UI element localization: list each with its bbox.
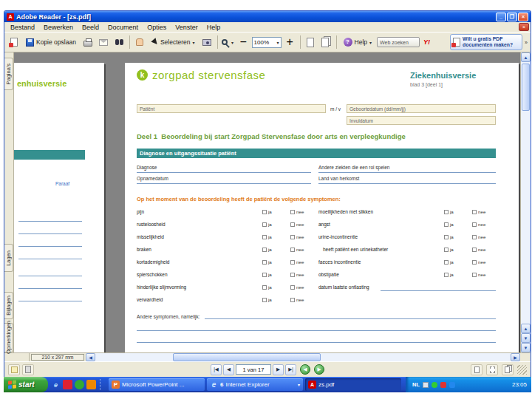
yahoo-logo[interactable]: Y! — [421, 38, 432, 46]
language-indicator[interactable]: NL — [412, 381, 420, 388]
email-button[interactable] — [97, 35, 111, 50]
attachments-shortcut-button[interactable] — [22, 364, 34, 375]
menu-beeld[interactable]: Beeld — [78, 23, 103, 32]
menu-bestand[interactable]: Bestand — [6, 23, 39, 32]
patient-field[interactable]: Patiënt — [137, 104, 326, 113]
scroll-up-icon[interactable]: ▲ — [521, 52, 531, 62]
checkbox-ja[interactable] — [262, 285, 267, 290]
checkbox-nee[interactable] — [472, 235, 477, 239]
previous-view-button[interactable]: ◀ — [300, 364, 310, 375]
next-view-button[interactable]: ▶ — [314, 364, 324, 375]
last-page-button[interactable]: ▶| — [285, 364, 296, 375]
vertical-scrollbar[interactable]: ▲ ▲ ▼ ▼ — [520, 52, 531, 352]
quick-launch-divider[interactable] — [100, 379, 103, 390]
checkbox-ja[interactable] — [262, 273, 267, 277]
page-number-indicator[interactable]: 1 van 17 — [236, 364, 271, 375]
resize-grip[interactable] — [517, 365, 527, 375]
vertical-scroll-track[interactable] — [521, 62, 531, 324]
checkbox-nee[interactable] — [472, 248, 477, 252]
zoom-level-select[interactable]: 100% ▾ — [252, 37, 282, 48]
checkbox-ja[interactable] — [444, 248, 449, 252]
single-page-view-button[interactable] — [471, 364, 482, 375]
keyboard-tray-icon[interactable] — [423, 382, 429, 388]
checkbox-ja[interactable] — [444, 235, 449, 239]
quicklaunch-messenger-icon[interactable] — [75, 380, 84, 389]
checkbox-nee[interactable] — [290, 298, 295, 302]
checkbox-nee[interactable] — [290, 260, 295, 265]
hand-tool-button[interactable] — [133, 35, 147, 50]
help-button[interactable]: ? Help ▾ — [340, 35, 376, 50]
checkbox-ja[interactable] — [444, 260, 449, 265]
antivirus-tray-icon[interactable] — [432, 382, 437, 388]
tab-pages[interactable]: Pagina's — [4, 58, 13, 90]
network-tray-icon[interactable] — [449, 382, 455, 388]
print-button[interactable] — [81, 35, 95, 50]
quicklaunch-internet-explorer-icon[interactable]: e — [51, 380, 61, 389]
tab-comments[interactable]: Opmerkingen — [4, 323, 13, 352]
page-down-icon[interactable]: ▼ — [521, 333, 531, 343]
toolbar-overflow-button[interactable]: » — [524, 40, 528, 45]
close-button[interactable]: × — [518, 13, 528, 21]
clock[interactable]: 23:05 — [512, 381, 527, 388]
page-up-icon[interactable]: ▲ — [521, 324, 531, 333]
checkbox-ja[interactable] — [262, 248, 267, 252]
checkbox-ja[interactable] — [444, 222, 449, 227]
previous-page-button[interactable]: ◀ — [223, 364, 234, 375]
checkbox-ja[interactable] — [262, 222, 267, 227]
fit-page-button[interactable] — [319, 35, 333, 50]
zoom-out-button[interactable]: − — [236, 35, 250, 50]
facing-view-button[interactable] — [502, 364, 514, 375]
scroll-left-icon[interactable]: ◀ — [86, 353, 95, 361]
close-document-button[interactable]: × — [519, 23, 529, 31]
checkbox-nee[interactable] — [290, 285, 295, 290]
quicklaunch-app-icon[interactable] — [63, 380, 72, 389]
zoom-in-button[interactable]: + — [283, 35, 297, 50]
select-tool-button[interactable]: Selecteren ▾ — [149, 35, 199, 50]
quicklaunch-media-icon[interactable] — [86, 380, 96, 389]
checkbox-ja[interactable] — [262, 260, 267, 265]
checkbox-nee[interactable] — [290, 248, 295, 252]
continuous-view-button[interactable] — [486, 364, 498, 375]
menu-document[interactable]: Document — [103, 23, 143, 32]
checkbox-ja[interactable] — [262, 235, 267, 239]
checkbox-nee[interactable] — [472, 260, 477, 265]
checkbox-ja[interactable] — [444, 273, 449, 277]
actual-size-button[interactable] — [304, 35, 318, 50]
scroll-down-icon[interactable]: ▼ — [521, 343, 531, 352]
menu-bewerken[interactable]: Bewerken — [39, 23, 78, 32]
task-microsoft-powerpoint[interactable]: P Microsoft PowerPoint ... — [109, 378, 205, 391]
task-zs-pdf[interactable]: A zs.pdf — [305, 378, 401, 391]
checkbox-nee[interactable] — [472, 210, 477, 214]
checkbox-nee[interactable] — [290, 210, 295, 214]
page-canvas[interactable]: enhuisversie Paraaf k zorgpad stervensfa… — [14, 52, 520, 352]
menu-help[interactable]: Help — [202, 23, 225, 32]
make-free-pdf-button[interactable]: Wilt u gratis PDF documenten maken? — [450, 34, 522, 50]
checkbox-ja[interactable] — [444, 210, 449, 214]
task-internet-explorer-group[interactable]: e 6 Internet Explorer ▾ — [207, 378, 303, 391]
save-copy-button[interactable]: Kopie opslaan — [22, 35, 80, 50]
restore-button[interactable]: ❒ — [507, 13, 517, 21]
messenger-tray-icon[interactable] — [440, 382, 446, 388]
checkbox-nee[interactable] — [290, 273, 295, 277]
pane-grabber[interactable] — [4, 353, 30, 361]
horizontal-scroll-track[interactable] — [95, 353, 511, 361]
birthdate-field[interactable]: Geboortedatum (dd/mm/jj) — [347, 104, 496, 113]
checkbox-nee[interactable] — [290, 235, 295, 239]
zoom-tool-button[interactable]: ▾ — [221, 35, 235, 50]
create-pdf-icon-button[interactable] — [7, 35, 21, 50]
start-button[interactable]: start — [4, 377, 48, 392]
first-page-button[interactable]: |◀ — [211, 364, 222, 375]
menu-opties[interactable]: Opties — [143, 23, 171, 32]
snapshot-button[interactable] — [200, 35, 214, 50]
menu-venster[interactable]: Venster — [171, 23, 202, 32]
scroll-right-icon[interactable]: ▶ — [511, 353, 520, 361]
checkbox-nee[interactable] — [472, 273, 477, 277]
filldate-field[interactable]: Invuldatum — [347, 116, 496, 125]
comments-shortcut-button[interactable] — [8, 364, 20, 375]
vertical-scroll-thumb[interactable] — [522, 64, 530, 111]
search-button[interactable] — [112, 35, 126, 50]
checkbox-nee[interactable] — [472, 222, 477, 227]
next-page-button[interactable]: ▶ — [273, 364, 284, 375]
minimize-button[interactable]: _ — [496, 13, 506, 21]
checkbox-ja[interactable] — [262, 298, 267, 302]
